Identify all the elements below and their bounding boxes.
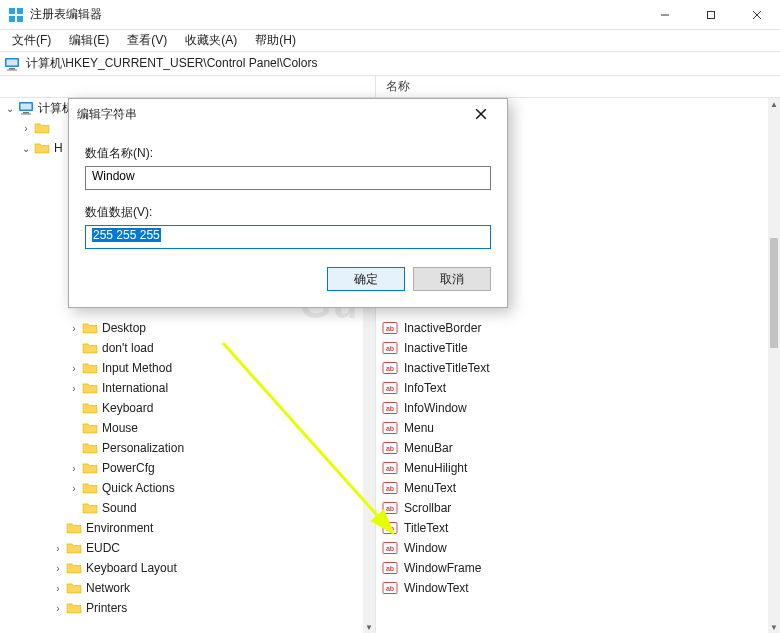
chevron-right-icon[interactable]: ›: [50, 543, 66, 554]
chevron-right-icon[interactable]: ›: [66, 323, 82, 334]
list-scrollbar[interactable]: ▲ ▼: [768, 98, 780, 633]
folder-icon: [82, 360, 98, 376]
svg-text:ab: ab: [386, 525, 394, 532]
tree-item-quick-actions[interactable]: ›Quick Actions: [0, 478, 363, 498]
value-name-field[interactable]: Window: [85, 166, 491, 190]
value-name: InfoText: [404, 381, 446, 395]
tree-item-label: Printers: [86, 601, 127, 615]
svg-text:ab: ab: [386, 405, 394, 412]
tree-item-label: Personalization: [102, 441, 184, 455]
folder-icon: [66, 580, 82, 596]
folder-icon: [82, 400, 98, 416]
tree-item-don-t-load[interactable]: ›don't load: [0, 338, 363, 358]
dialog-title: 编辑字符串: [77, 106, 137, 123]
value-row[interactable]: abMenu: [376, 418, 768, 438]
string-value-icon: ab: [382, 440, 398, 456]
svg-text:ab: ab: [386, 345, 394, 352]
tree-item-environment[interactable]: ›Environment: [0, 518, 363, 538]
chevron-right-icon[interactable]: ›: [50, 583, 66, 594]
folder-icon: [34, 140, 50, 156]
folder-icon: [66, 560, 82, 576]
chevron-right-icon[interactable]: ›: [66, 483, 82, 494]
svg-text:ab: ab: [386, 485, 394, 492]
value-row[interactable]: abInactiveTitleText: [376, 358, 768, 378]
svg-text:ab: ab: [386, 325, 394, 332]
value-row[interactable]: abMenuText: [376, 478, 768, 498]
value-row[interactable]: abMenuHilight: [376, 458, 768, 478]
address-bar: 计算机\HKEY_CURRENT_USER\Control Panel\Colo…: [0, 52, 780, 76]
column-header-name[interactable]: 名称: [376, 76, 780, 98]
tree-item-international[interactable]: ›International: [0, 378, 363, 398]
tree-item-powercfg[interactable]: ›PowerCfg: [0, 458, 363, 478]
value-row[interactable]: abInfoWindow: [376, 398, 768, 418]
tree-item-desktop[interactable]: ›Desktop: [0, 318, 363, 338]
svg-rect-9: [7, 59, 18, 65]
chevron-down-icon[interactable]: ⌄: [2, 103, 18, 114]
scroll-down-icon[interactable]: ▼: [363, 621, 375, 633]
tree-item-input-method[interactable]: ›Input Method: [0, 358, 363, 378]
value-row[interactable]: abWindow: [376, 538, 768, 558]
menu-item[interactable]: 文件(F): [4, 30, 59, 51]
value-row[interactable]: abInactiveBorder: [376, 318, 768, 338]
address-path[interactable]: 计算机\HKEY_CURRENT_USER\Control Panel\Colo…: [26, 55, 317, 72]
svg-rect-0: [9, 8, 15, 14]
tree-item-eudc[interactable]: ›EUDC: [0, 538, 363, 558]
tree-item-label: Sound: [102, 501, 137, 515]
value-name: InactiveBorder: [404, 321, 481, 335]
menu-item[interactable]: 帮助(H): [247, 30, 304, 51]
close-button[interactable]: [734, 0, 780, 30]
svg-rect-11: [7, 69, 17, 70]
tree-item-keyboard-layout[interactable]: ›Keyboard Layout: [0, 558, 363, 578]
string-value-icon: ab: [382, 520, 398, 536]
chevron-down-icon[interactable]: ⌄: [18, 143, 34, 154]
computer-icon: [4, 56, 20, 72]
scroll-down-icon[interactable]: ▼: [768, 621, 780, 633]
value-row[interactable]: abWindowText: [376, 578, 768, 598]
tree-item-network[interactable]: ›Network: [0, 578, 363, 598]
tree-item-printers[interactable]: ›Printers: [0, 598, 363, 618]
value-row[interactable]: abWindowFrame: [376, 558, 768, 578]
tree-item-keyboard[interactable]: ›Keyboard: [0, 398, 363, 418]
tree-item-label: don't load: [102, 341, 154, 355]
value-name: Menu: [404, 421, 434, 435]
scroll-up-icon[interactable]: ▲: [768, 98, 780, 110]
maximize-button[interactable]: [688, 0, 734, 30]
chevron-right-icon[interactable]: ›: [66, 383, 82, 394]
tree-item-personalization[interactable]: ›Personalization: [0, 438, 363, 458]
chevron-right-icon[interactable]: ›: [50, 603, 66, 614]
dialog-titlebar: 编辑字符串: [69, 99, 507, 129]
value-name: TitleText: [404, 521, 448, 535]
menu-item[interactable]: 收藏夹(A): [177, 30, 245, 51]
value-name: MenuHilight: [404, 461, 467, 475]
tree-item-mouse[interactable]: ›Mouse: [0, 418, 363, 438]
value-row[interactable]: abMenuBar: [376, 438, 768, 458]
value-name-label: 数值名称(N):: [85, 145, 491, 162]
menu-item[interactable]: 编辑(E): [61, 30, 117, 51]
scroll-thumb[interactable]: [770, 238, 778, 348]
tree-item-sound[interactable]: ›Sound: [0, 498, 363, 518]
value-row[interactable]: abScrollbar: [376, 498, 768, 518]
minimize-button[interactable]: [642, 0, 688, 30]
folder-icon: [82, 440, 98, 456]
chevron-right-icon[interactable]: ›: [18, 123, 34, 134]
svg-rect-1: [17, 8, 23, 14]
folder-icon: [66, 520, 82, 536]
chevron-right-icon[interactable]: ›: [66, 463, 82, 474]
chevron-right-icon[interactable]: ›: [50, 563, 66, 574]
menu-item[interactable]: 查看(V): [119, 30, 175, 51]
tree-item-label: EUDC: [86, 541, 120, 555]
svg-text:ab: ab: [386, 565, 394, 572]
value-row[interactable]: abInactiveTitle: [376, 338, 768, 358]
tree-item-label: International: [102, 381, 168, 395]
dialog-close-button[interactable]: [463, 100, 499, 128]
value-row[interactable]: abTitleText: [376, 518, 768, 538]
value-name: InfoWindow: [404, 401, 467, 415]
computer-icon: [18, 100, 34, 116]
folder-icon: [82, 420, 98, 436]
svg-text:ab: ab: [386, 425, 394, 432]
value-row[interactable]: abInfoText: [376, 378, 768, 398]
ok-button[interactable]: 确定: [327, 267, 405, 291]
cancel-button[interactable]: 取消: [413, 267, 491, 291]
value-data-field[interactable]: 255 255 255: [85, 225, 491, 249]
chevron-right-icon[interactable]: ›: [66, 363, 82, 374]
